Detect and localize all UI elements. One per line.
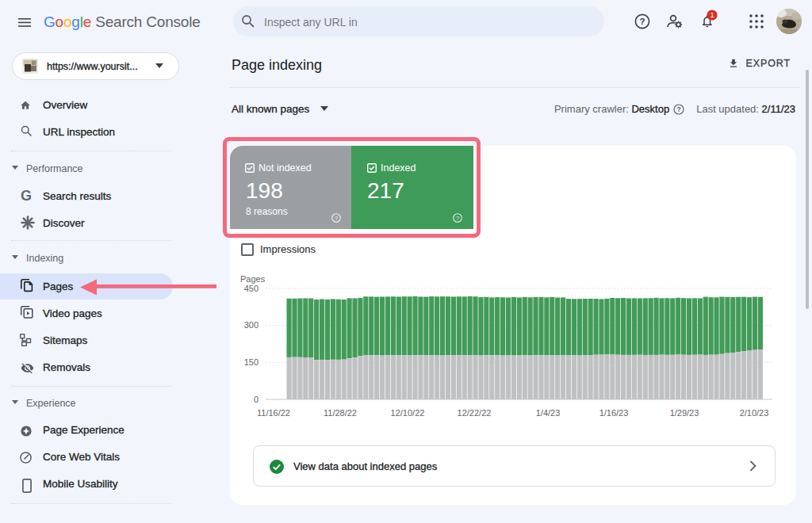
svg-text:12/22/22: 12/22/22 xyxy=(458,408,492,418)
svg-text:300: 300 xyxy=(244,320,259,330)
svg-text:450: 450 xyxy=(244,284,259,293)
svg-text:0: 0 xyxy=(254,395,259,404)
svg-text:Pages: Pages xyxy=(240,274,266,284)
svg-text:1/16/23: 1/16/23 xyxy=(599,408,629,418)
svg-text:1/4/23: 1/4/23 xyxy=(536,408,561,418)
svg-text:?: ? xyxy=(335,215,338,222)
svg-text:?: ? xyxy=(456,215,459,222)
svg-text:12/10/22: 12/10/22 xyxy=(391,408,425,418)
svg-text:?: ? xyxy=(677,105,681,113)
svg-text:1/29/23: 1/29/23 xyxy=(670,408,699,418)
svg-text:11/28/22: 11/28/22 xyxy=(324,408,357,418)
svg-text:11/16/22: 11/16/22 xyxy=(257,408,290,418)
svg-text:2/10/23: 2/10/23 xyxy=(740,408,769,418)
svg-text:1: 1 xyxy=(710,10,714,19)
svg-text:150: 150 xyxy=(244,357,259,367)
svg-text:?: ? xyxy=(639,17,645,26)
